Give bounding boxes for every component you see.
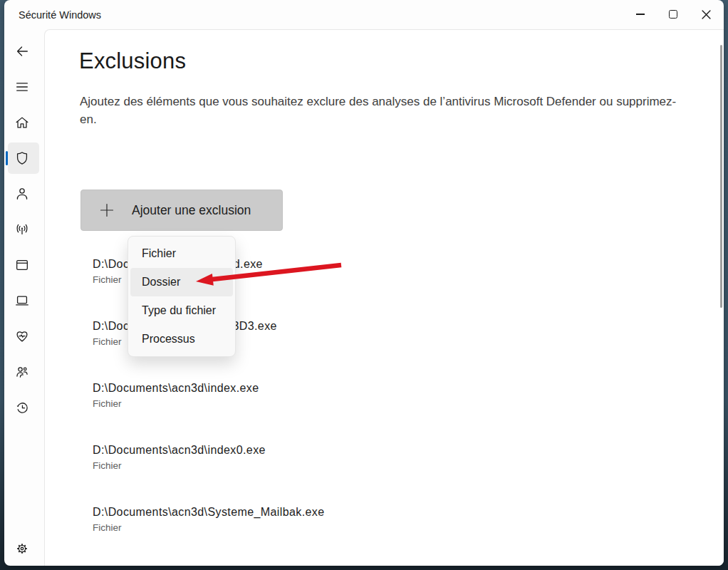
heart-pulse-icon	[14, 328, 30, 344]
network-broadcast-icon	[14, 222, 30, 237]
close-icon	[702, 10, 711, 19]
sidebar-item-family-options[interactable]	[14, 364, 30, 380]
sidebar-accent-indicator	[6, 151, 8, 165]
shield-icon	[14, 150, 30, 166]
sidebar-item-settings[interactable]	[14, 541, 30, 556]
minimize-icon	[636, 14, 645, 14]
sidebar-item-home[interactable]	[14, 115, 30, 130]
hamburger-menu-icon	[14, 79, 30, 95]
page-title: Exclusions	[79, 48, 186, 74]
exclusion-row[interactable]: D:\Documents\acn3d\Systeme_Mailbak.exe F…	[93, 506, 325, 533]
minimize-button[interactable]	[624, 0, 657, 28]
page-description: Ajoutez des éléments que vous souhaitez …	[80, 93, 687, 128]
history-clock-icon	[14, 400, 30, 415]
sidebar-item-protection-history[interactable]	[14, 400, 30, 415]
family-group-icon	[14, 364, 30, 380]
nav-menu-button[interactable]	[14, 79, 30, 95]
exclusion-path: D:\Documents\acn3d\Systeme_Mailbak.exe	[93, 506, 325, 519]
window-title: Sécurité Windows	[19, 0, 101, 30]
exclusion-type: Fichier	[93, 522, 325, 533]
add-exclusion-dropdown-menu: Fichier Dossier Type du fichier Processu…	[128, 236, 236, 357]
exclusion-type: Fichier	[93, 398, 259, 409]
sidebar-item-virus-threat-protection[interactable]	[14, 150, 30, 166]
app-window-icon	[14, 257, 30, 273]
exclusion-type: Fichier	[93, 460, 266, 471]
menu-item-processus[interactable]: Processus	[130, 325, 233, 353]
sidebar-item-account-protection[interactable]	[14, 186, 30, 202]
add-exclusion-button[interactable]: Ajouter une exclusion	[80, 190, 283, 231]
plus-icon	[99, 202, 115, 218]
back-arrow-icon	[14, 43, 30, 59]
account-icon	[14, 186, 30, 202]
maximize-button[interactable]	[657, 0, 690, 28]
window-controls	[624, 0, 722, 28]
sidebar-item-app-browser-control[interactable]	[14, 257, 30, 273]
exclusion-path: D:\Documents\acn3d\index.exe	[93, 382, 259, 395]
close-button[interactable]	[690, 0, 722, 28]
laptop-icon	[14, 293, 30, 309]
menu-item-type-du-fichier[interactable]: Type du fichier	[130, 296, 233, 325]
sidebar-item-device-security[interactable]	[14, 293, 30, 309]
home-icon	[14, 115, 30, 130]
app-window: Sécurité Windows	[4, 0, 724, 566]
sidebar-item-firewall-network-protection[interactable]	[14, 222, 30, 237]
vertical-scrollbar[interactable]	[720, 45, 722, 308]
back-button[interactable]	[14, 43, 30, 59]
title-bar: Sécurité Windows	[4, 0, 724, 30]
exclusion-row[interactable]: D:\Documents\acn3d\index0.exe Fichier	[93, 444, 266, 471]
menu-item-dossier[interactable]: Dossier	[130, 268, 233, 296]
menu-item-fichier[interactable]: Fichier	[130, 239, 233, 268]
maximize-icon	[669, 10, 677, 19]
gear-icon	[14, 541, 30, 556]
exclusion-row[interactable]: D:\Documents\acn3d\index.exe Fichier	[93, 382, 259, 409]
sidebar	[4, 30, 44, 566]
sidebar-item-device-performance-health[interactable]	[14, 328, 30, 344]
content-panel: Exclusions Ajoutez des éléments que vous…	[44, 29, 724, 566]
exclusion-path: D:\Documents\acn3d\index0.exe	[93, 444, 266, 457]
add-exclusion-label: Ajouter une exclusion	[132, 203, 251, 218]
